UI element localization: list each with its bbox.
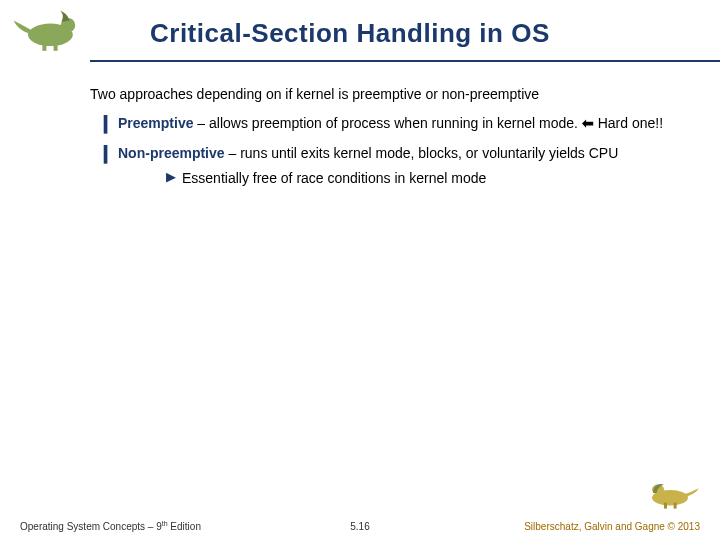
triangle-bullet-icon: ▶ — [166, 169, 182, 188]
slide-header: Critical-Section Handling in OS — [0, 0, 720, 70]
bullet-term: Non-preemptive — [118, 145, 225, 161]
intro-text: Two approaches depending on if kernel is… — [90, 85, 680, 104]
title-rule — [90, 60, 720, 62]
slide-footer: Operating System Concepts – 9th Edition … — [0, 504, 720, 540]
left-arrow-icon: ⬅ — [582, 115, 594, 131]
sub-bullet-item: ▶ Essentially free of race conditions in… — [118, 169, 670, 188]
bullet-text: – runs until exits kernel mode, blocks, … — [225, 145, 619, 161]
bullet-item: ❙ Non-preemptive – runs until exits kern… — [90, 144, 680, 188]
bullet-bar-icon: ❙ — [98, 114, 118, 134]
sub-bullet-text: Essentially free of race conditions in k… — [182, 169, 670, 188]
svg-rect-3 — [54, 41, 58, 51]
bullet-bar-icon: ❙ — [98, 144, 118, 188]
bullet-body: Preemptive – allows preemption of proces… — [118, 114, 680, 134]
bullet-term: Preemptive — [118, 115, 193, 131]
bullet-text: – allows preemption of process when runn… — [193, 115, 581, 131]
slide-content: Two approaches depending on if kernel is… — [90, 85, 680, 197]
slide-title: Critical-Section Handling in OS — [150, 18, 700, 49]
bullet-body: Non-preemptive – runs until exits kernel… — [118, 144, 680, 188]
bullet-item: ❙ Preemptive – allows preemption of proc… — [90, 114, 680, 134]
bullet-tail: Hard one!! — [594, 115, 663, 131]
dinosaur-left-icon — [12, 6, 92, 54]
svg-rect-2 — [42, 41, 46, 51]
footer-copyright: Silberschatz, Galvin and Gagne © 2013 — [524, 521, 700, 532]
